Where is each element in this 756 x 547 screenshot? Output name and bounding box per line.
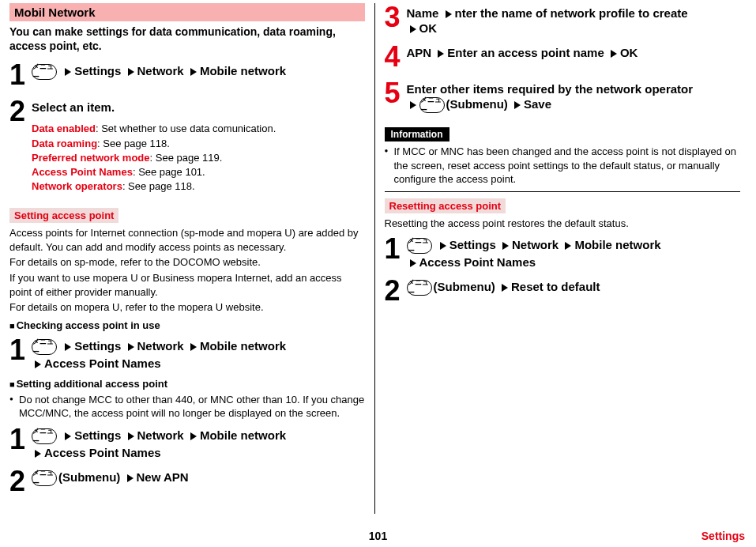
step-number: 4 <box>385 43 407 71</box>
nav: Name <box>407 6 439 20</box>
nav: Settings <box>74 428 121 442</box>
menu-icon: メニュー <box>32 470 57 486</box>
reset-step-1: 1 メニュー Settings Network Mobile network A… <box>385 235 741 269</box>
menu-icon: メニュー <box>32 64 57 80</box>
nav: Access Point Names <box>44 446 161 459</box>
information-header: Information <box>385 127 449 141</box>
arrow-icon <box>35 360 41 368</box>
step-number: 1 <box>9 425 32 459</box>
reset-step-2: 2 メニュー(Submenu) Reset to default <box>385 277 741 305</box>
step-2: 2 Select an item. Data enabled: Set whet… <box>9 97 365 194</box>
step-5: 5 Enter other items required by the netw… <box>385 79 741 113</box>
page-footer: 101 Settings <box>0 530 756 542</box>
term-operators: Network operators <box>32 180 122 192</box>
mcc-warning: Do not change MCC to other than 440, or … <box>9 393 365 421</box>
step-number: 1 <box>9 336 32 370</box>
body-text: For details on sp-mode, refer to the DOC… <box>9 255 365 270</box>
checking-ap-title: ■Checking access point in use <box>9 319 365 331</box>
menu-icon: メニュー <box>32 339 57 355</box>
section-label: Settings <box>701 530 745 542</box>
right-column: 3 Name nter the name of network profile … <box>375 3 750 514</box>
info-body: If MCC or MNC has been changed and the a… <box>385 145 741 187</box>
nav-network: Network <box>137 64 184 77</box>
step2-title: Select an item. <box>32 100 115 114</box>
nav: Access Point Names <box>44 356 161 370</box>
arrow-icon <box>440 242 446 250</box>
arrow-icon <box>502 284 508 292</box>
step-number: 5 <box>385 79 407 113</box>
step-number: 2 <box>9 467 32 496</box>
intro-text: You can make settings for data communica… <box>9 25 365 53</box>
nav: New APN <box>137 470 189 484</box>
mobil-network-header: Mobil Network <box>9 3 365 21</box>
nav: Enter an access point name <box>447 46 604 59</box>
nav: OK <box>620 46 638 59</box>
nav-mobile-network: Mobile network <box>200 64 286 77</box>
body-text: Access points for Internet connection (s… <box>9 226 365 254</box>
submenu-label: (Submenu) <box>58 470 120 484</box>
step-number: 1 <box>9 61 32 89</box>
arrow-icon <box>65 343 71 351</box>
step-4: 4 APN Enter an access point name OK <box>385 43 741 71</box>
body-text: Resetting the access point restores the … <box>385 217 741 231</box>
page-number: 101 <box>369 530 387 542</box>
term-data-roaming: Data roaming <box>32 138 97 149</box>
arrow-icon <box>410 25 416 33</box>
arrow-icon <box>128 432 134 440</box>
resetting-ap-header: Resetting access point <box>385 198 506 213</box>
nav: Access Point Names <box>419 255 536 269</box>
desc: : See page 119. <box>150 152 223 164</box>
arrow-icon <box>446 10 452 18</box>
arrow-icon <box>128 68 134 76</box>
nav: OK <box>419 21 438 35</box>
nav: Mobile network <box>200 428 286 442</box>
arrow-icon <box>190 68 197 76</box>
step-number: 2 <box>9 97 32 194</box>
arrow-icon <box>65 68 71 76</box>
arrow-icon <box>502 242 509 250</box>
menu-icon: メニュー <box>419 97 445 113</box>
nav: Network <box>512 238 559 251</box>
left-column: Mobil Network You can make settings for … <box>0 3 375 514</box>
term-preferred-mode: Preferred network mode <box>32 152 150 164</box>
nav: Mobile network <box>200 339 286 353</box>
step-number: 2 <box>385 277 407 305</box>
term-apn: Access Point Names <box>32 166 133 178</box>
arrow-icon <box>190 432 197 440</box>
menu-icon: メニュー <box>32 428 57 444</box>
setting-access-point-header: Setting access point <box>9 208 118 223</box>
arrow-icon <box>190 343 197 351</box>
arrow-icon <box>127 474 134 482</box>
menu-icon: メニュー <box>407 238 432 254</box>
nav: Settings <box>449 238 496 251</box>
nav: Network <box>137 339 184 353</box>
arrow-icon <box>514 101 521 109</box>
add-step-1: 1 メニュー Settings Network Mobile network A… <box>9 425 365 459</box>
step-number: 3 <box>385 3 407 35</box>
arrow-icon <box>410 259 416 267</box>
step-number: 1 <box>385 235 407 269</box>
setting-additional-ap-title: ■Setting additional access point <box>9 378 365 390</box>
arrow-icon <box>35 450 41 458</box>
nav: APN <box>407 46 432 59</box>
desc: : See page 118. <box>97 138 170 149</box>
desc: : See page 101. <box>133 166 205 178</box>
arrow-icon <box>438 50 444 58</box>
body-text: If you want to use mopera U or Business … <box>9 271 365 299</box>
desc: : Set whether to use data comunication. <box>96 123 276 134</box>
nav: Network <box>137 428 184 442</box>
arrow-icon <box>128 343 134 351</box>
nav: Save <box>524 97 551 111</box>
nav: Reset to default <box>511 280 600 293</box>
nav: Enter other items required by the networ… <box>407 82 694 96</box>
arrow-icon <box>65 432 71 440</box>
menu-icon: メニュー <box>407 280 432 296</box>
add-step-2: 2 メニュー(Submenu) New APN <box>9 467 365 496</box>
step-1: 1 メニュー Settings Network Mobile network <box>9 61 365 89</box>
check-step-1: 1 メニュー Settings Network Mobile network A… <box>9 336 365 370</box>
arrow-icon <box>410 101 416 109</box>
term-data-enabled: Data enabled <box>32 123 96 134</box>
submenu-label: (Submenu) <box>434 280 495 293</box>
submenu-label: (Submenu) <box>446 97 508 111</box>
arrow-icon <box>565 242 571 250</box>
